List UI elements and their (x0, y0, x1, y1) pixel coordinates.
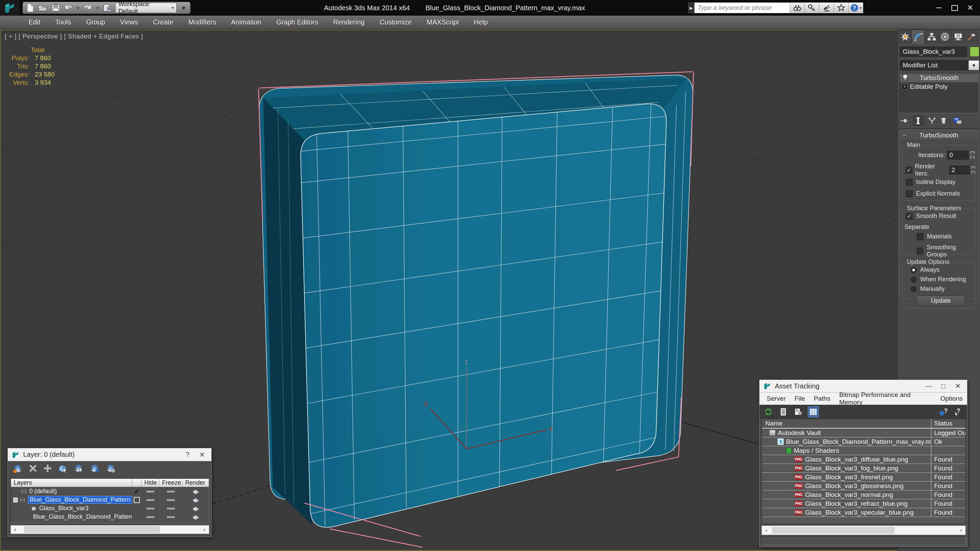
menu-create[interactable]: Create (146, 18, 181, 26)
tab-create[interactable] (898, 30, 912, 43)
asset-row-vault[interactable]: Autodesk Vault Logged Out (762, 429, 966, 437)
toolbar-flyout-button[interactable]: ▼ (180, 3, 188, 13)
configure-modifier-sets-button[interactable] (953, 116, 963, 126)
viewport-label-menus[interactable]: [ + ] [ Perspective ] [ Shaded + Edged F… (5, 33, 143, 40)
undo-dropdown-caret[interactable]: ▾ (76, 5, 80, 11)
freeze-toggle[interactable] (159, 491, 182, 492)
select-objects-in-layer-button[interactable] (58, 464, 68, 473)
workspace-selector[interactable]: Workspace: Default ▾ (115, 3, 177, 13)
materials-checkbox[interactable] (917, 233, 924, 240)
smooth-result-checkbox[interactable] (906, 213, 913, 220)
tab-hierarchy[interactable] (925, 30, 938, 43)
layer-row-selected[interactable]: − Blue_Glass_Block_Diamond_Pattern (11, 495, 209, 504)
asset-row-png[interactable]: PNGGlass_Block_var3_normal.png Found (762, 491, 966, 499)
menu-tools[interactable]: Tools (48, 18, 79, 26)
redo-dropdown-caret[interactable]: ▾ (95, 5, 99, 11)
current-layer-cell[interactable]: ✓ (132, 487, 142, 495)
refresh-button[interactable] (763, 407, 774, 417)
open-file-button[interactable] (38, 3, 48, 13)
column-header-layers[interactable]: Layers (11, 478, 132, 487)
spin-up-icon[interactable]: ▲ (970, 166, 976, 170)
hide-toggle[interactable] (142, 491, 159, 492)
object-color-swatch[interactable] (970, 47, 979, 57)
asset-tracking-titlebar[interactable]: Asset Tracking — □ ✕ (759, 380, 967, 392)
undo-button[interactable] (64, 3, 73, 13)
add-to-layer-button[interactable] (43, 464, 52, 473)
freeze-toggle[interactable] (159, 499, 182, 501)
layer-dialog-close-button[interactable]: ✕ (196, 451, 208, 459)
scrollbar-thumb[interactable] (772, 527, 894, 534)
scroll-left-icon[interactable]: ‹ (11, 527, 20, 533)
explicit-normals-checkbox[interactable] (906, 191, 913, 197)
stack-item-editable-poly[interactable]: + Editable Poly (900, 82, 978, 91)
layer-row-default[interactable]: 0 (default) ✓ (11, 487, 209, 495)
object-name-field[interactable]: Glass_Block_var3 (900, 47, 967, 57)
render-iters-checkbox[interactable] (906, 167, 912, 173)
save-file-button[interactable] (51, 3, 60, 13)
update-button[interactable]: Update (917, 295, 965, 306)
new-file-button[interactable] (25, 3, 35, 13)
menu-maxscript[interactable]: MAXScript (419, 18, 466, 26)
menu-views[interactable]: Views (113, 18, 146, 26)
tab-modify[interactable] (912, 30, 925, 44)
context-help-button[interactable]: ? (953, 407, 964, 417)
expand-plus-icon[interactable]: + (902, 84, 907, 90)
menu-customize[interactable]: Customize (372, 18, 419, 26)
search-input[interactable] (695, 2, 790, 13)
menu-animation[interactable]: Animation (224, 18, 269, 26)
asset-horizontal-scrollbar[interactable]: ‹ › (762, 526, 966, 535)
tab-utilities[interactable] (965, 30, 978, 43)
freeze-toggle[interactable] (159, 516, 182, 518)
render-iters-spinner[interactable]: ▲▼ (970, 166, 976, 175)
menu-paths[interactable]: Paths (810, 395, 835, 402)
subscription-button[interactable] (805, 2, 819, 13)
dialog-minimize-button[interactable]: — (923, 382, 934, 390)
redo-button[interactable] (83, 3, 92, 13)
render-toggle[interactable] (182, 514, 209, 520)
hide-toggle[interactable] (142, 516, 159, 518)
asset-row-png[interactable]: PNGGlass_Block_var3_fog_blue.png Found (762, 464, 966, 473)
delete-layer-button[interactable] (29, 464, 37, 473)
render-iters-field[interactable]: 2 (950, 166, 970, 175)
always-radio[interactable] (911, 267, 917, 273)
layer-dialog-titlebar[interactable]: Layer: 0 (default) ? ✕ (8, 448, 211, 461)
remove-modifier-button[interactable] (939, 116, 949, 126)
table-view-button[interactable] (808, 407, 819, 417)
help-button[interactable]: ? ▾ (849, 2, 863, 13)
layer-dialog-help-button[interactable]: ? (182, 451, 193, 459)
column-header-status[interactable]: Status (931, 419, 966, 428)
layer-row-object[interactable]: Blue_Glass_Block_Diamond_Pattern (11, 513, 209, 521)
modifier-list-dropdown[interactable]: Modifier List ▼ (900, 60, 979, 70)
application-menu-button[interactable] (0, 0, 20, 16)
asset-row-maps-shaders[interactable]: Maps / Shaders (762, 446, 966, 455)
asset-row-png[interactable]: PNGGlass_Block_var3_diffuse_blue.png Fou… (762, 455, 966, 464)
hide-toggle[interactable] (142, 508, 159, 510)
smoothing-groups-checkbox[interactable] (917, 248, 923, 254)
scroll-right-icon[interactable]: › (200, 527, 209, 533)
project-folder-button[interactable] (103, 3, 112, 13)
menu-modifiers[interactable]: Modifiers (181, 18, 224, 26)
iterations-field[interactable]: 0 (947, 151, 969, 159)
menu-bitmap-performance[interactable]: Bitmap Performance and Memory (835, 391, 936, 406)
minimize-button[interactable] (931, 1, 947, 14)
scroll-right-icon[interactable]: › (956, 527, 966, 533)
freeze-toggle[interactable] (159, 508, 182, 510)
asset-row-png[interactable]: PNGGlass_Block_var3_refract_blue.png Fou… (762, 499, 966, 508)
hide-toggle[interactable] (142, 499, 159, 501)
menu-options[interactable]: Options (936, 395, 967, 402)
render-toggle[interactable] (182, 505, 209, 511)
spin-down-icon[interactable]: ▼ (969, 156, 975, 159)
highlight-selected-objects-layer-button[interactable] (90, 464, 100, 473)
menu-rendering[interactable]: Rendering (326, 18, 372, 26)
layer-properties-button[interactable] (106, 464, 116, 473)
collapse-minus-icon[interactable]: − (13, 497, 18, 503)
menu-file[interactable]: File (790, 395, 810, 402)
turbosmooth-rollout-header[interactable]: − TurboSmooth (899, 130, 978, 140)
menu-help[interactable]: Help (466, 18, 495, 26)
column-header-freeze[interactable]: Freeze (159, 478, 182, 487)
tab-display[interactable] (951, 30, 965, 43)
layer-row-object[interactable]: Glass_Block_var3 (11, 504, 209, 513)
make-unique-button[interactable] (927, 116, 937, 126)
tab-motion[interactable] (938, 30, 951, 43)
isoline-display-checkbox[interactable] (906, 179, 913, 186)
